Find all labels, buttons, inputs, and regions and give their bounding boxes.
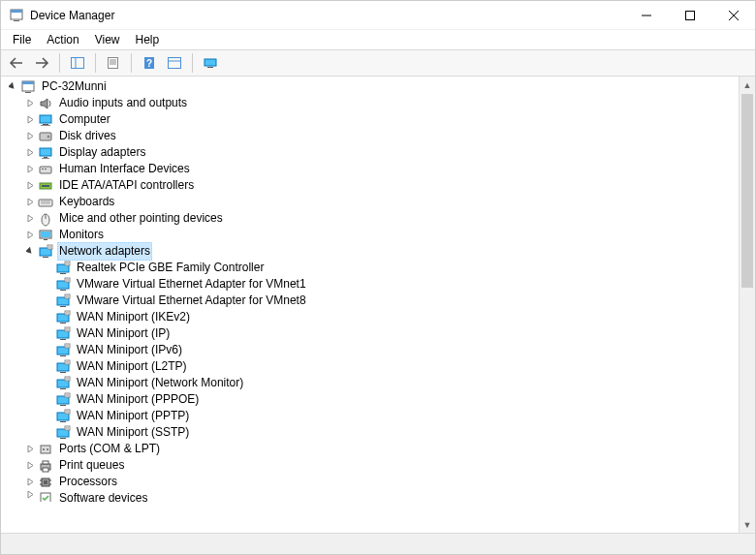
tree-node-label: VMware Virtual Ethernet Adapter for VMne… [75, 276, 308, 293]
network-icon [55, 359, 71, 375]
tree-node-label: Monitors [57, 227, 106, 243]
expander-icon[interactable] [22, 115, 38, 124]
tree-node[interactable]: Software devices [3, 490, 739, 502]
tree-node[interactable]: Ports (COM & LPT) [3, 441, 739, 457]
vertical-scrollbar[interactable]: ▲ ▼ [739, 77, 755, 533]
tree-node[interactable]: WAN Miniport (IKEv2) [3, 309, 739, 325]
menu-action[interactable]: Action [39, 31, 86, 48]
network-icon [38, 244, 53, 260]
toolbar-separator [192, 53, 193, 73]
expander-icon[interactable] [22, 214, 38, 223]
tree-node[interactable]: WAN Miniport (IPv6) [3, 342, 739, 358]
toolbar-separator [131, 53, 132, 73]
expander-icon[interactable] [22, 165, 38, 173]
scroll-thumb[interactable] [741, 94, 753, 288]
tree-node-label: Disk drives [57, 128, 118, 144]
tree-node-label: VMware Virtual Ethernet Adapter for VMne… [75, 293, 308, 309]
tree-node-label: Network adapters [57, 242, 152, 261]
tree-node[interactable]: VMware Virtual Ethernet Adapter for VMne… [3, 293, 739, 309]
help-button[interactable]: ? [138, 52, 161, 74]
tree-node-label: Display adapters [57, 144, 147, 161]
tree-node-label: Ports (COM & LPT) [57, 441, 162, 457]
expander-icon[interactable] [22, 99, 38, 108]
tree-node-label: IDE ATA/ATAPI controllers [57, 177, 196, 194]
expander-icon[interactable] [5, 82, 20, 91]
tree-node[interactable]: WAN Miniport (SSTP) [3, 424, 739, 441]
expander-icon[interactable] [22, 181, 38, 190]
menu-file[interactable]: File [5, 31, 39, 48]
software-icon [38, 490, 53, 502]
pc-icon [20, 79, 36, 95]
ide-icon [38, 178, 53, 194]
network-icon [55, 392, 71, 408]
expander-icon[interactable] [22, 461, 38, 470]
tree-node[interactable]: WAN Miniport (L2TP) [3, 358, 739, 375]
minimize-button[interactable] [624, 1, 668, 30]
menu-view[interactable]: View [87, 31, 128, 48]
speaker-icon [38, 96, 53, 111]
back-button[interactable] [5, 52, 28, 74]
tree-node[interactable]: Display adapters [3, 144, 739, 161]
tree-node-label: WAN Miniport (PPPOE) [75, 391, 201, 408]
toolbar-separator [95, 53, 96, 73]
expander-icon[interactable] [22, 231, 38, 239]
tree-node[interactable]: Disk drives [3, 128, 739, 144]
monitor-icon [38, 228, 53, 243]
tree-node[interactable]: WAN Miniport (Network Monitor) [3, 375, 739, 391]
tree-node-label: WAN Miniport (Network Monitor) [75, 375, 245, 391]
tree-node[interactable]: Keyboards [3, 194, 739, 210]
scroll-down-arrow[interactable]: ▼ [740, 516, 755, 533]
cpu-icon [38, 475, 53, 490]
tree-node-label: WAN Miniport (IPv6) [75, 342, 184, 358]
expander-icon[interactable] [22, 247, 38, 256]
properties-button[interactable] [102, 52, 125, 74]
tree-node[interactable]: Mice and other pointing devices [3, 210, 739, 227]
svg-rect-15 [169, 58, 181, 69]
tree-node[interactable]: Monitors [3, 227, 739, 243]
statusbar [1, 533, 755, 554]
tree-node-label: Computer [57, 111, 112, 128]
device-tree[interactable]: PC-32Munni Audio inputs and outputs Comp… [1, 77, 739, 533]
tree-node[interactable]: WAN Miniport (IP) [3, 325, 739, 342]
show-hide-tree-button[interactable] [66, 52, 89, 74]
printer-icon [38, 458, 53, 474]
svg-rect-2 [14, 20, 19, 21]
tree-node[interactable]: Computer [3, 111, 739, 128]
mouse-icon [38, 211, 53, 227]
network-icon [55, 277, 71, 293]
tree-node-label: WAN Miniport (SSTP) [75, 424, 191, 441]
display-icon [38, 145, 53, 161]
tree-node-label: PC-32Munni [40, 78, 109, 95]
scroll-up-arrow[interactable]: ▲ [740, 77, 755, 93]
tree-node[interactable]: Human Interface Devices [3, 161, 739, 177]
disk-icon [38, 129, 53, 144]
tree-node[interactable]: IDE ATA/ATAPI controllers [3, 177, 739, 194]
expander-icon[interactable] [22, 490, 38, 499]
tree-node[interactable]: PC-32Munni [3, 78, 739, 95]
tree-node[interactable]: WAN Miniport (PPPOE) [3, 391, 739, 408]
expander-icon[interactable] [22, 132, 38, 140]
tree-node[interactable]: Network adapters [3, 243, 739, 260]
tree-node[interactable]: Audio inputs and outputs [3, 95, 739, 111]
close-button[interactable] [711, 1, 755, 30]
tree-node[interactable]: VMware Virtual Ethernet Adapter for VMne… [3, 276, 739, 293]
tree-node-label: Human Interface Devices [57, 161, 192, 177]
expander-icon[interactable] [22, 148, 38, 157]
svg-text:?: ? [146, 58, 152, 69]
svg-rect-18 [207, 67, 213, 68]
tree-node[interactable]: Realtek PCIe GBE Family Controller [3, 260, 739, 276]
expander-icon[interactable] [22, 478, 38, 486]
svg-rect-4 [685, 11, 694, 19]
tree-node-label: WAN Miniport (IKEv2) [75, 309, 192, 325]
forward-button[interactable] [30, 52, 53, 74]
tree-node[interactable]: WAN Miniport (PPTP) [3, 408, 739, 424]
tree-node[interactable]: Processors [3, 474, 739, 490]
devices-view-button[interactable] [199, 52, 222, 74]
expander-icon[interactable] [22, 198, 38, 206]
menu-help[interactable]: Help [128, 31, 168, 48]
scan-hardware-button[interactable] [163, 52, 186, 74]
toolbar: ? [1, 49, 755, 77]
maximize-button[interactable] [668, 1, 711, 30]
tree-node[interactable]: Print queues [3, 457, 739, 474]
expander-icon[interactable] [22, 445, 38, 453]
